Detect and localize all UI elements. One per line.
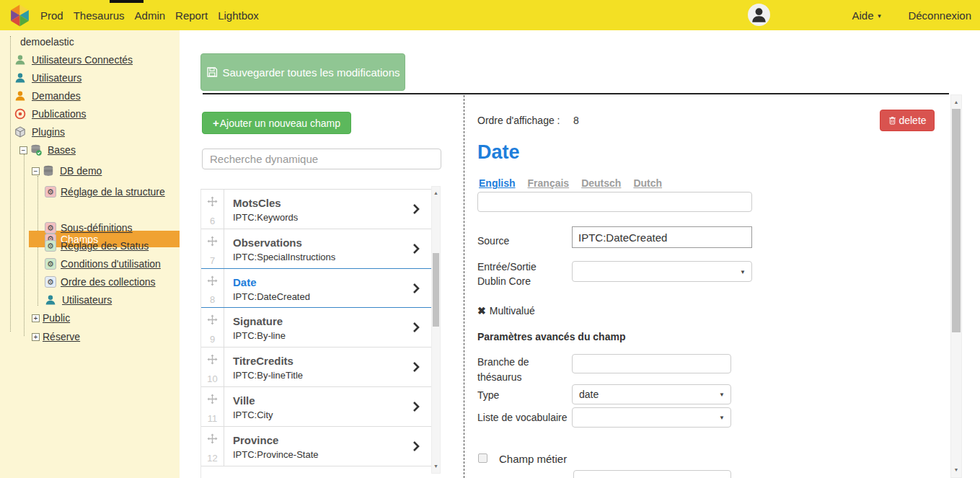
drag-handle[interactable]: 12	[201, 427, 224, 466]
field-row-province[interactable]: 12 Province IPTC:Province-State	[201, 427, 431, 466]
field-title: Province	[233, 434, 278, 446]
collapse-icon[interactable]: −	[19, 146, 27, 154]
field-source: IPTC:DateCreated	[233, 291, 310, 302]
field-order-number: 11	[201, 413, 224, 424]
display-order-label: Ordre d'affichage :	[477, 115, 560, 126]
field-source: IPTC:City	[233, 410, 273, 420]
field-list-scrollbar[interactable]: ▲ ▼	[431, 186, 441, 474]
aide-menu[interactable]: Aide▼	[852, 9, 882, 22]
tab-francais[interactable]: Français	[528, 177, 570, 189]
field-order-number: 10	[201, 373, 224, 384]
drag-handle[interactable]: 7	[201, 229, 224, 268]
expand-icon[interactable]: +	[32, 314, 40, 322]
field-row-motscles[interactable]: 6 MotsCles IPTC:Keywords	[201, 190, 431, 229]
drag-handle[interactable]: 11	[201, 387, 224, 426]
user-icon	[14, 90, 26, 102]
field-row-ville[interactable]: 11 Ville IPTC:City	[201, 387, 431, 427]
detail-panel-scrollbar[interactable]: ▲ ▼	[950, 94, 962, 478]
field-order-number: 6	[201, 216, 224, 226]
add-field-button[interactable]: + Ajouter un nouveau champ	[202, 112, 351, 134]
save-all-button[interactable]: Sauvegarder toutes les modifications	[200, 53, 405, 91]
tab-deutsch[interactable]: Deutsch	[581, 177, 621, 189]
field-row-date[interactable]: 8 Date IPTC:DateCreated	[201, 268, 431, 308]
sidebar-item-reserve[interactable]: + Réserve	[32, 329, 80, 345]
field-order-number: 7	[201, 255, 224, 266]
chevron-right-icon	[412, 441, 420, 452]
language-tabs: English Français Deutsch Dutch	[479, 177, 662, 189]
phraseanet-logo-icon[interactable]	[9, 4, 30, 27]
field-source: IPTC:SpecialInstructions	[233, 252, 335, 262]
business-field-checkbox[interactable]	[478, 453, 487, 463]
sidebar-item-publications[interactable]: Publications	[14, 106, 87, 122]
vocabulary-select[interactable]: ▼	[572, 407, 731, 428]
delete-field-button[interactable]: delete	[880, 110, 935, 131]
save-icon	[206, 66, 218, 78]
drag-handle[interactable]: 10	[201, 348, 224, 386]
content-divider	[203, 93, 949, 94]
nav-report[interactable]: Report	[175, 9, 208, 22]
sidebar-item-db-utilisateurs[interactable]: Utilisateurs	[45, 292, 112, 308]
nav-thesaurus[interactable]: Thesaurus	[74, 9, 125, 22]
field-row-titrecredits[interactable]: 10 TitreCredits IPTC:By-lineTitle	[201, 348, 431, 387]
chevron-right-icon	[412, 203, 420, 215]
person-icon	[751, 6, 767, 23]
scroll-up-icon[interactable]: ▲	[951, 97, 961, 107]
chevron-down-icon: ▼	[877, 13, 883, 19]
sidebar-item-utilisateurs-connectes[interactable]: Utilisateurs Connectés	[14, 52, 133, 68]
sidebar-item-demandes[interactable]: Demandes	[14, 88, 81, 104]
scroll-down-icon[interactable]: ▼	[951, 465, 961, 475]
x-mark-icon: ✖	[477, 305, 486, 317]
sidebar-item-plugins[interactable]: Plugins	[14, 124, 65, 140]
partial-bottom-input[interactable]	[573, 470, 731, 478]
sidebar-item-sous-definitions[interactable]: ⚙ Sous-définitions	[45, 220, 133, 236]
tab-english[interactable]: English	[479, 177, 516, 189]
sidebar-item-reglage-structure[interactable]: ⚙ Réglage de la structure	[45, 184, 165, 200]
nav-lightbox[interactable]: Lightbox	[218, 9, 259, 22]
scroll-down-icon[interactable]: ▼	[432, 461, 440, 472]
gear-icon: ⚙	[45, 186, 56, 198]
tree-guide-line	[10, 36, 11, 332]
sidebar-item-db-demo[interactable]: − DB demo	[32, 163, 102, 179]
type-select[interactable]: date ▼	[572, 384, 731, 404]
scroll-up-icon[interactable]: ▲	[432, 188, 440, 198]
drag-handle[interactable]: 6	[201, 190, 224, 229]
search-input[interactable]	[202, 149, 441, 169]
sidebar-item-public[interactable]: + Public	[32, 310, 70, 326]
scrollbar-thumb[interactable]	[433, 253, 439, 327]
user-icon	[45, 294, 56, 306]
dublin-core-select[interactable]: ▼	[572, 261, 752, 282]
vocabulary-list-label: Liste de vocabulaire	[477, 412, 568, 423]
nav-admin[interactable]: Admin	[135, 9, 166, 22]
move-icon	[207, 236, 218, 247]
drag-handle[interactable]: 9	[201, 308, 224, 347]
sidebar-item-conditions-utilisation[interactable]: ⚙ Conditions d'utilisation	[45, 256, 161, 272]
chevron-right-icon	[412, 243, 420, 255]
field-title: Ville	[233, 394, 255, 407]
deconnexion-link[interactable]: Déconnexion	[908, 9, 971, 22]
scrollbar-thumb[interactable]	[952, 109, 961, 332]
thesaurus-branch-input[interactable]	[572, 354, 731, 373]
sidebar-item-bases[interactable]: − Bases	[19, 142, 76, 158]
drag-handle[interactable]: 8	[201, 269, 224, 307]
collapse-icon[interactable]: −	[32, 167, 40, 175]
database-icon	[43, 165, 54, 177]
sidebar-item-ordre-collections[interactable]: ⚙ Ordre des collections	[45, 274, 156, 290]
move-icon	[207, 314, 218, 325]
sidebar-item-utilisateurs[interactable]: Utilisateurs	[14, 70, 81, 86]
caret-down-icon: ▼	[740, 268, 746, 275]
user-avatar[interactable]	[748, 4, 770, 26]
field-order-number: 12	[201, 453, 224, 464]
label-input[interactable]	[477, 192, 752, 212]
multivalue-toggle[interactable]: ✖Multivalué	[477, 305, 535, 317]
tab-dutch[interactable]: Dutch	[633, 177, 662, 189]
field-row-observations[interactable]: 7 Observations IPTC:SpecialInstructions	[201, 229, 431, 269]
thesaurus-branch-label: Branche de thésaurus	[477, 355, 557, 385]
sidebar-item-reglage-status[interactable]: ⚙ Réglage des Status	[45, 238, 149, 254]
field-row-signature[interactable]: 9 Signature IPTC:By-line	[201, 308, 431, 348]
nav-prod[interactable]: Prod	[40, 9, 63, 22]
sidebar-tree: demoelastic Utilisateurs Connectés Utili…	[0, 30, 180, 478]
sidebar-root-label: demoelastic	[20, 34, 74, 50]
source-input[interactable]	[572, 226, 752, 248]
admin-screen: Prod Thesaurus Admin Report Lightbox Aid…	[0, 0, 980, 478]
expand-icon[interactable]: +	[32, 333, 40, 341]
